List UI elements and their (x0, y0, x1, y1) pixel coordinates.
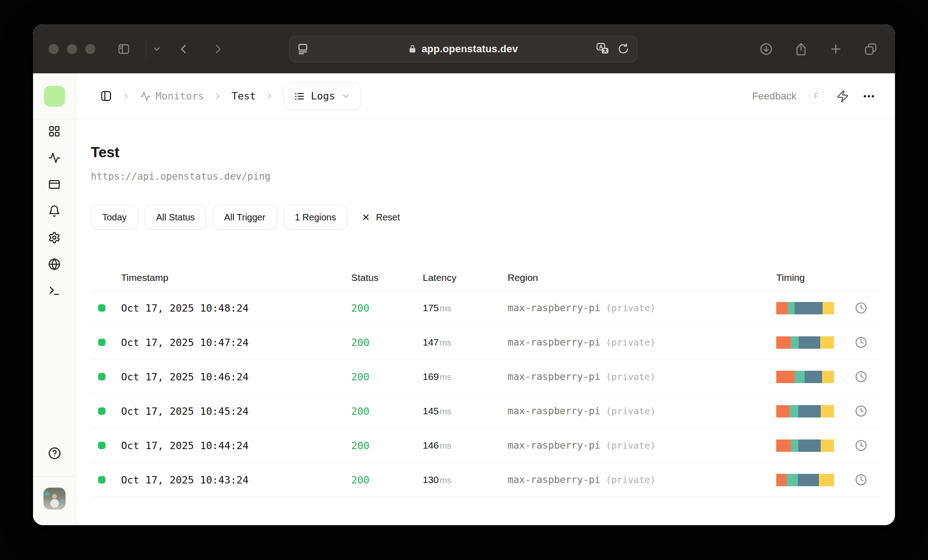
chevron-down-icon (341, 92, 350, 101)
timing-segment (821, 405, 834, 417)
browser-window: app.openstatus.dev A (33, 24, 895, 525)
zoom-window-icon[interactable] (85, 44, 95, 54)
log-timestamp: Oct 17, 2025 10:47:24 (121, 337, 351, 348)
share-icon[interactable] (794, 42, 808, 56)
timing-segment (799, 336, 820, 349)
new-tab-icon[interactable] (829, 42, 843, 56)
close-window-icon[interactable] (49, 44, 59, 54)
panel-toggle-icon[interactable] (100, 90, 112, 102)
timing-segment (788, 302, 795, 314)
clock-icon[interactable] (855, 302, 867, 314)
clock-icon[interactable] (855, 336, 867, 349)
column-region[interactable]: Region (508, 272, 776, 283)
timing-segment (776, 336, 791, 349)
log-region: max-raspberry-pi(private) (508, 337, 776, 348)
timing-bar (776, 474, 834, 486)
timing-segment (795, 371, 804, 383)
log-row[interactable]: Oct 17, 2025 10:44:24 200 146ms max-rasp… (91, 428, 880, 463)
log-row[interactable]: Oct 17, 2025 10:43:24 200 130ms max-rasp… (91, 463, 880, 497)
timing-bar (776, 371, 834, 383)
workspace-avatar[interactable] (44, 86, 65, 107)
reset-filters-button[interactable]: Reset (361, 212, 400, 223)
log-row[interactable]: Oct 17, 2025 10:48:24 200 175ms max-rasp… (91, 291, 880, 325)
log-status-code: 200 (351, 440, 423, 451)
log-region: max-raspberry-pi(private) (508, 302, 776, 313)
timing-segment (822, 371, 834, 383)
status-page-icon[interactable] (48, 178, 61, 191)
timing-segment (820, 336, 834, 349)
log-latency: 146ms (423, 440, 508, 451)
log-status-code: 200 (351, 302, 423, 314)
grid-icon[interactable] (48, 125, 61, 137)
log-status-code: 200 (351, 371, 423, 383)
reload-icon[interactable] (617, 43, 630, 55)
filter-date-button[interactable]: Today (91, 205, 138, 230)
more-options-icon[interactable] (862, 89, 876, 103)
minimize-window-icon[interactable] (67, 44, 77, 54)
back-icon[interactable] (176, 42, 191, 56)
timing-segment (805, 371, 822, 383)
activity-icon[interactable] (48, 152, 61, 164)
browser-titlebar: app.openstatus.dev A (33, 24, 895, 73)
log-region: max-raspberry-pi(private) (508, 474, 776, 485)
breadcrumb-monitors[interactable]: Monitors (140, 90, 204, 102)
main-panel: Monitors Test (76, 73, 895, 525)
address-text: app.openstatus.dev (421, 43, 518, 55)
list-icon (294, 91, 305, 102)
translate-icon[interactable]: A (596, 42, 610, 56)
column-timing[interactable]: Timing (776, 272, 848, 283)
header-actions: Feedback F (752, 89, 876, 103)
log-latency: 169ms (423, 371, 508, 382)
column-latency[interactable]: Latency (423, 272, 508, 283)
view-switcher-label: Logs (311, 90, 335, 102)
sidebar-nav (48, 119, 61, 297)
zap-icon[interactable] (836, 90, 849, 103)
traffic-lights (49, 44, 95, 54)
clock-icon[interactable] (855, 370, 867, 383)
clock-icon[interactable] (855, 405, 867, 417)
tabs-icon[interactable] (864, 42, 878, 56)
user-avatar[interactable] (44, 488, 66, 510)
log-timestamp: Oct 17, 2025 10:44:24 (121, 440, 351, 451)
log-timestamp: Oct 17, 2025 10:46:24 (121, 371, 351, 383)
chevron-down-icon[interactable] (152, 44, 161, 54)
log-latency: 175ms (423, 302, 508, 313)
forward-icon[interactable] (211, 42, 226, 56)
filter-regions-button[interactable]: 1 Regions (283, 205, 348, 230)
clock-icon[interactable] (855, 439, 867, 452)
reader-icon[interactable] (297, 43, 309, 55)
sidebar-toggle-icon[interactable] (117, 43, 130, 55)
globe-icon[interactable] (48, 258, 61, 270)
feedback-button[interactable]: Feedback (752, 90, 796, 102)
close-icon (361, 213, 370, 222)
timing-segment (798, 405, 821, 417)
lock-icon (408, 44, 417, 53)
settings-icon[interactable] (48, 231, 61, 244)
timing-bar (776, 439, 834, 452)
filter-trigger-button[interactable]: All Trigger (213, 205, 277, 230)
column-timestamp[interactable]: Timestamp (121, 272, 351, 283)
log-row[interactable]: Oct 17, 2025 10:45:24 200 145ms max-rasp… (91, 394, 880, 428)
column-status[interactable]: Status (351, 272, 423, 283)
log-row[interactable]: Oct 17, 2025 10:47:24 200 147ms max-rasp… (91, 325, 880, 360)
clock-icon[interactable] (855, 473, 867, 486)
chevron-right-icon (122, 92, 131, 101)
app-sidebar (33, 73, 76, 525)
sidebar-bottom (33, 447, 76, 525)
log-status-code: 200 (351, 474, 423, 486)
timing-segment (791, 439, 798, 452)
help-icon[interactable] (48, 447, 61, 460)
breadcrumb-test[interactable]: Test (232, 90, 256, 102)
bell-icon[interactable] (48, 205, 61, 217)
address-bar[interactable]: app.openstatus.dev A (289, 36, 637, 62)
download-icon[interactable] (759, 42, 773, 56)
timing-segment (790, 405, 798, 417)
terminal-icon[interactable] (48, 285, 61, 297)
timing-segment (791, 336, 799, 349)
log-row[interactable]: Oct 17, 2025 10:46:24 200 169ms max-rasp… (91, 360, 880, 394)
view-switcher-button[interactable]: Logs (283, 82, 361, 110)
log-region: max-raspberry-pi(private) (508, 406, 776, 417)
filter-status-button[interactable]: All Status (144, 205, 206, 230)
timing-segment (787, 474, 798, 486)
workspace-section (33, 73, 76, 119)
